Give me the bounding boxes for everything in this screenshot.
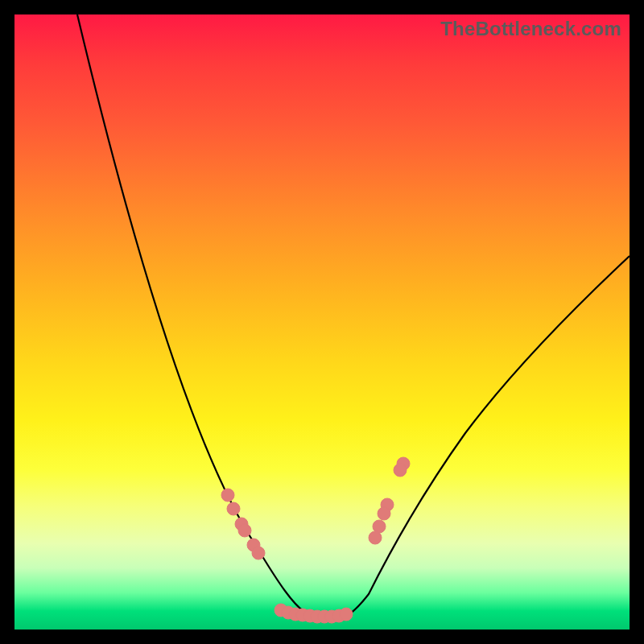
markers-bottom-group	[275, 604, 353, 623]
marker-right-3	[378, 507, 390, 520]
marker-left-1	[227, 502, 240, 515]
left-descending-curve	[77, 14, 304, 612]
markers-right-group	[369, 457, 410, 544]
marker-left-0	[221, 489, 234, 502]
right-ascending-curve	[345, 256, 630, 617]
marker-left-3	[238, 524, 251, 537]
plot-gradient-background: TheBottleneck.com	[14, 14, 630, 630]
marker-bottom-9	[340, 608, 353, 621]
marker-right-1	[394, 464, 407, 477]
markers-left-group	[221, 489, 265, 559]
marker-left-5	[252, 547, 265, 559]
chart-svg	[14, 14, 630, 630]
chart-container: TheBottleneck.com	[0, 0, 644, 644]
marker-right-5	[369, 531, 382, 544]
